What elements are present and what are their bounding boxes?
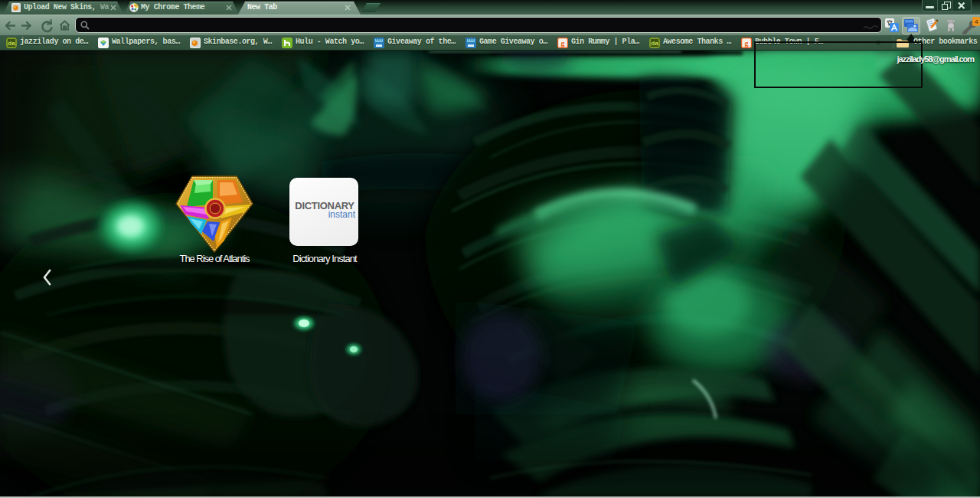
svg-text:g: g xyxy=(745,39,749,48)
svg-text:da: da xyxy=(8,40,15,47)
svg-text:da: da xyxy=(651,40,658,47)
svg-text:g: g xyxy=(561,39,565,48)
